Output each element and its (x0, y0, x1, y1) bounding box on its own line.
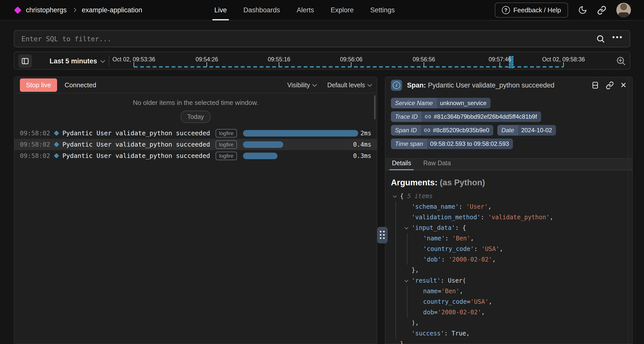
code-line: }, (392, 265, 627, 275)
log-message: Pydantic User validate_python succeeded (62, 130, 210, 137)
code-line: 'success': True, (392, 328, 627, 339)
log-message: Pydantic User validate_python succeeded (62, 141, 210, 148)
span-info-icon: i (391, 80, 402, 91)
scope-badge[interactable]: logfire (216, 152, 237, 160)
feedback-help-button[interactable]: ? Feedback / Help (495, 3, 568, 18)
code-token: 'USA' (470, 298, 489, 305)
scope-badge[interactable]: logfire (216, 129, 237, 138)
span-title: Span:Pydantic User validate_python succe… (407, 81, 554, 89)
log-row-list: 09:58:02Pydantic User validate_python su… (14, 127, 377, 161)
attribute-value: unknown_service (437, 98, 491, 108)
collapse-chevron-icon[interactable] (405, 226, 409, 230)
time-range-dropdown[interactable]: Last 5 minutes (50, 52, 104, 70)
default-levels-dropdown[interactable]: Default levels (327, 81, 371, 89)
code-line: name='Ben', (392, 286, 627, 296)
code-token: 'country_code' (423, 245, 474, 252)
timeline-tick-mark (207, 62, 207, 67)
live-panel-header: Stop live Connected Visibility Default l… (14, 77, 377, 93)
log-row[interactable]: 09:58:02Pydantic User validate_python su… (14, 150, 377, 161)
visibility-label: Visibility (287, 81, 310, 89)
close-icon[interactable]: ✕ (620, 81, 627, 89)
search-icon[interactable] (596, 34, 605, 43)
code-token: , (460, 288, 463, 295)
code-token: '2000-02-02' (438, 309, 481, 316)
log-row[interactable]: 09:58:02Pydantic User validate_python su… (14, 139, 377, 150)
attribute-label: Time span (391, 139, 427, 149)
panel-left-icon (21, 57, 29, 65)
code-line: country_code='USA', (392, 296, 627, 307)
timeline-tick-mark (351, 62, 351, 67)
main-nav: LiveDashboardsAlertsExploreSettings (214, 0, 395, 20)
nav-tab-settings[interactable]: Settings (370, 0, 395, 20)
attribute-badge-trace-id[interactable]: Trace ID#81c364b79bbd92ef26b4dd5ff4c81b9… (391, 111, 541, 122)
code-line: 'country_code': 'USA', (392, 244, 627, 254)
breadcrumb-project[interactable]: example-application (82, 6, 142, 14)
sql-filter-input[interactable] (14, 35, 596, 43)
timeline-tick-label: 09:54:26 (196, 56, 218, 63)
copy-link-icon[interactable] (606, 81, 614, 89)
code-token: dob (423, 309, 434, 316)
zoom-in-button[interactable] (616, 56, 626, 66)
user-avatar[interactable] (616, 3, 631, 17)
panel-resize-handle[interactable] (377, 227, 388, 243)
timeline-tick-label: 09:57:46 (489, 56, 511, 63)
split-view-icon[interactable] (591, 81, 599, 89)
code-token: : User( (441, 277, 466, 284)
collapse-chevron-icon[interactable] (393, 194, 397, 198)
span-diamond-icon (54, 131, 59, 136)
arguments-heading: Arguments: (as Python) (391, 178, 627, 187)
code-token: name (423, 288, 438, 295)
code-line: 'input_data': { (392, 223, 627, 233)
chevron-down-icon (100, 58, 105, 63)
span-detail-panel: i Span:Pydantic User validate_python suc… (385, 77, 633, 344)
code-token: : (459, 203, 466, 210)
breadcrumb: christophergs example-application (15, 6, 142, 14)
attribute-row: Trace ID#81c364b79bbd92ef26b4dd5ff4c81b9… (391, 111, 627, 122)
link-icon (425, 113, 431, 120)
log-timestamp: 09:58:02 (20, 141, 53, 148)
code-token: , (550, 214, 553, 221)
attribute-label: Trace ID (391, 111, 422, 122)
nav-tab-dashboards[interactable]: Dashboards (244, 0, 280, 20)
nav-tab-alerts[interactable]: Alerts (297, 0, 314, 20)
detail-tabbar: DetailsRaw Data (385, 158, 632, 170)
timeline-tick-mark (500, 62, 500, 67)
duration-bar (243, 130, 358, 137)
attribute-badge-span-id[interactable]: Span ID#8c85209cb935b9e0 (391, 125, 493, 136)
arguments-code-block: { 5 items'schema_name': 'User','validati… (392, 191, 627, 344)
code-token: 'success' (412, 330, 444, 337)
code-token: 'schema_name' (412, 203, 459, 210)
code-token: } (400, 340, 404, 344)
scrollbar-thumb[interactable] (374, 95, 376, 119)
timeline-track[interactable]: Oct 02, 09:53:3609:54:2609:55:1609:56:06… (134, 52, 564, 69)
code-token: 'Ben' (452, 235, 470, 242)
nav-tab-live[interactable]: Live (214, 0, 227, 20)
breadcrumb-org[interactable]: christophergs (26, 6, 67, 14)
collapse-chevron-icon[interactable] (405, 278, 409, 282)
scope-badge[interactable]: logfire (216, 140, 237, 149)
more-options-icon[interactable]: ••• (612, 37, 623, 40)
code-token: , (489, 298, 492, 305)
attribute-row: Service Nameunknown_service (391, 98, 627, 108)
attribute-value: #81c364b79bbd92ef26b4dd5ff4c81b9f (422, 111, 541, 122)
tab-raw-data[interactable]: Raw Data (422, 159, 452, 170)
indent-guide (395, 265, 396, 275)
sidebar-toggle-button[interactable] (18, 54, 32, 68)
dark-mode-toggle[interactable] (578, 6, 587, 15)
code-token: country_code (423, 298, 467, 305)
duration-value: 0.3ms (353, 152, 371, 159)
scrollbar-track[interactable] (628, 77, 629, 343)
indent-guide (407, 296, 408, 307)
code-line: ), (392, 318, 627, 328)
log-row[interactable]: 09:58:02Pydantic User validate_python su… (14, 127, 377, 139)
timeline-tick-label: 09:56:56 (413, 56, 435, 63)
logfire-logo-icon[interactable] (14, 6, 22, 14)
stop-live-button[interactable]: Stop live (20, 78, 57, 92)
visibility-dropdown[interactable]: Visibility (287, 81, 316, 89)
code-token: = (438, 288, 441, 295)
today-button[interactable]: Today (181, 111, 211, 123)
tab-details[interactable]: Details (391, 159, 412, 170)
nav-tab-explore[interactable]: Explore (331, 0, 354, 20)
code-token: 5 items (407, 193, 433, 200)
share-link-button[interactable] (597, 6, 606, 15)
